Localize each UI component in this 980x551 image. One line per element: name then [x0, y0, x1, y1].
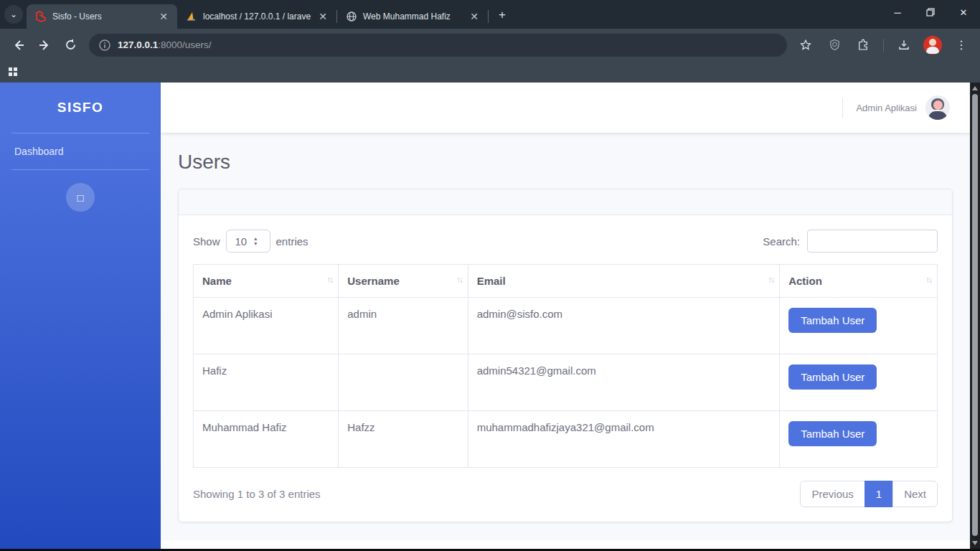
topbar-username[interactable]: Admin Aplikasi [856, 103, 917, 113]
puzzle-icon [857, 39, 870, 52]
sort-icon[interactable]: ↑↓ [456, 275, 462, 285]
cell-email: admin@sisfo.com [468, 298, 780, 354]
table-info: Showing 1 to 3 of 3 entries [193, 488, 321, 500]
browser-profile-button[interactable] [923, 35, 943, 55]
tab-title: localhost / 127.0.0.1 / laravel_si [203, 11, 311, 22]
sidebar-toggle-button[interactable]: □ [66, 183, 95, 212]
tab-title: Sisfo - Users [52, 11, 151, 22]
cell-username: Hafzz [339, 411, 468, 468]
window-close-button[interactable]: ✕ [947, 0, 980, 24]
globe-icon [346, 11, 357, 22]
cell-name: Admin Aplikasi [194, 298, 339, 354]
table-row: Hafiz admin54321@gmail.com Tambah User [194, 354, 938, 411]
laravel-icon [35, 11, 47, 22]
tab-close-icon[interactable]: ✕ [157, 10, 170, 23]
page-content: Users Show 10 ▴▾ entries [161, 133, 970, 540]
site-info-icon[interactable] [99, 39, 110, 51]
table-row: Muhammad Hafiz Hafzz muhammadhafizjaya32… [194, 411, 938, 468]
table-search-control: Search: [763, 230, 938, 253]
user-avatar[interactable] [925, 95, 950, 120]
users-card: Show 10 ▴▾ entries Search: [178, 189, 953, 522]
back-icon [12, 39, 25, 52]
apps-grid-icon[interactable] [7, 66, 19, 77]
profile-avatar [923, 36, 942, 55]
url-text: 127.0.0.1:8000/users/ [118, 39, 212, 50]
adblock-extension-button[interactable] [824, 35, 844, 55]
sidebar-item-dashboard[interactable]: Dashboard [0, 133, 161, 169]
cell-username [339, 354, 468, 411]
column-header-username[interactable]: Username↑↓ [339, 265, 468, 298]
brand-logo[interactable]: SISFO [0, 83, 161, 133]
back-button[interactable] [9, 35, 29, 55]
page-length-select[interactable]: 10 ▴▾ [226, 230, 270, 253]
cell-action: Tambah User [780, 298, 938, 354]
cell-action: Tambah User [780, 411, 938, 468]
toolbar-separator [883, 39, 884, 52]
star-icon [799, 39, 812, 52]
window-minimize-button[interactable]: ─ [881, 0, 914, 24]
column-header-action[interactable]: Action↑↓ [780, 265, 938, 298]
sort-icon[interactable]: ↑↓ [768, 275, 773, 285]
bookmarks-bar [0, 61, 980, 83]
pagination-previous[interactable]: Previous [800, 481, 864, 507]
pagination-page-1[interactable]: 1 [864, 481, 893, 507]
download-icon [897, 39, 910, 52]
bookmark-button[interactable] [796, 35, 816, 55]
browser-titlebar: ⌄ Sisfo - Users ✕ localhost / 127.0.0.1 … [0, 0, 980, 29]
extensions-button[interactable] [853, 35, 873, 55]
forward-button[interactable] [34, 35, 55, 55]
scrollbar-up-arrow-icon[interactable] [972, 86, 978, 90]
browser-toolbar: 127.0.0.1:8000/users/ [0, 29, 980, 61]
sort-icon[interactable]: ↑↓ [925, 275, 931, 285]
column-header-email[interactable]: Email↑↓ [468, 265, 780, 298]
topbar: Admin Aplikasi [161, 83, 970, 133]
table-length-control: Show 10 ▴▾ entries [193, 230, 308, 253]
tab-close-icon[interactable]: ✕ [316, 10, 329, 23]
topbar-divider [842, 98, 843, 118]
entries-label: entries [276, 235, 308, 248]
url-path: :8000/users/ [158, 39, 211, 50]
cell-action: Tambah User [780, 354, 938, 411]
shield-icon [829, 39, 841, 51]
new-tab-button[interactable]: + [493, 6, 512, 24]
search-input[interactable] [807, 230, 938, 253]
search-label: Search: [763, 235, 800, 248]
tab-search-button[interactable]: ⌄ [4, 5, 23, 24]
reload-button[interactable] [60, 35, 80, 55]
tab-separator [488, 10, 489, 23]
cell-username: admin [339, 298, 468, 354]
select-spinner-icon: ▴▾ [254, 236, 257, 246]
tab-phpmyadmin[interactable]: localhost / 127.0.0.1 / laravel_si ✕ [177, 4, 336, 29]
browser-menu-button[interactable]: ⋮ [951, 35, 971, 55]
tab-web-muhammad-hafiz[interactable]: Web Muhammad Hafiz ✕ [337, 4, 488, 29]
forward-icon [38, 39, 51, 52]
scrollbar-thumb[interactable] [972, 94, 978, 536]
cell-email: muhammadhafizjaya321@gmail.com [468, 411, 780, 468]
tab-close-icon[interactable]: ✕ [468, 10, 481, 23]
users-table: Name↑↓ Username↑↓ Email↑↓ Action↑↓ Admin… [193, 264, 938, 468]
sidebar: SISFO Dashboard □ [0, 83, 161, 549]
cell-email: admin54321@gmail.com [468, 354, 780, 411]
page-length-value: 10 [235, 235, 248, 248]
downloads-button[interactable] [894, 35, 914, 55]
page-scrollbar[interactable] [970, 83, 980, 549]
show-label: Show [193, 235, 220, 248]
pagination-next[interactable]: Next [892, 481, 938, 507]
restore-icon [926, 8, 935, 17]
page-footer [161, 540, 970, 549]
tab-title: Web Muhammad Hafiz [363, 11, 462, 22]
tambah-user-button[interactable]: Tambah User [788, 364, 877, 390]
table-row: Admin Aplikasi admin admin@sisfo.com Tam… [194, 298, 938, 354]
column-header-name[interactable]: Name↑↓ [194, 265, 339, 298]
tambah-user-button[interactable]: Tambah User [788, 421, 877, 446]
phpmyadmin-icon [186, 11, 197, 22]
cell-name: Muhammad Hafiz [194, 411, 339, 468]
scrollbar-down-arrow-icon[interactable] [972, 541, 978, 545]
address-bar[interactable]: 127.0.0.1:8000/users/ [89, 34, 787, 57]
tab-sisfo-users[interactable]: Sisfo - Users ✕ [27, 4, 177, 29]
pagination: Previous 1 Next [800, 481, 938, 507]
window-restore-button[interactable] [914, 0, 947, 24]
url-host: 127.0.0.1 [118, 39, 158, 50]
tambah-user-button[interactable]: Tambah User [788, 308, 877, 333]
sort-icon[interactable]: ↑↓ [326, 275, 332, 285]
